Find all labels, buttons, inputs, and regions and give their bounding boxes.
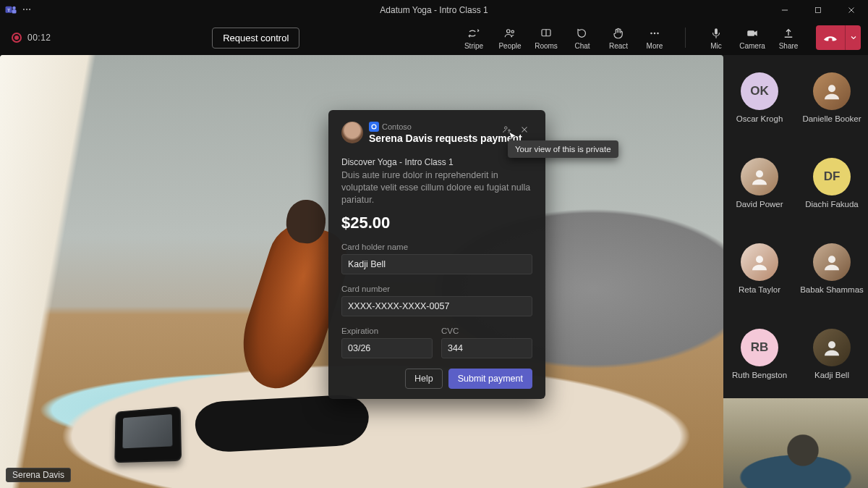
participant-tile[interactable]: David Power: [723, 140, 796, 226]
chat-icon: [575, 26, 590, 41]
toolbar-label: Mic: [710, 42, 722, 50]
toolbar-apps-group: Stripe People Rooms Chat React More: [456, 22, 672, 54]
leave-options-caret[interactable]: [845, 25, 861, 50]
self-video-tile[interactable]: [723, 398, 868, 488]
toolbar-label: React: [609, 42, 628, 50]
people-button[interactable]: People: [493, 22, 527, 54]
share-button[interactable]: Share: [771, 22, 806, 54]
request-control-button[interactable]: Request control: [212, 28, 299, 49]
participant-name: Reta Taylor: [739, 285, 780, 294]
leave-call-button[interactable]: [816, 25, 861, 50]
svg-rect-19: [747, 30, 754, 36]
toolbar-label: More: [647, 42, 663, 50]
participant-tile[interactable]: DFDiachi Fakuda: [796, 140, 868, 226]
toolbar-label: Share: [779, 42, 799, 50]
chat-button[interactable]: Chat: [565, 22, 600, 54]
participant-name: Oscar Krogh: [736, 114, 783, 123]
rooms-icon: [539, 26, 553, 41]
holder-label: Card holder name: [341, 243, 532, 251]
svg-point-12: [511, 30, 514, 33]
avatar-photo: [813, 329, 851, 366]
window-minimize-button[interactable]: [768, 0, 801, 20]
svg-point-27: [509, 130, 510, 131]
payment-item-name: Discover Yoga - Intro Class 1: [341, 157, 532, 167]
svg-point-22: [756, 256, 763, 263]
submit-payment-button[interactable]: Submit payment: [448, 369, 532, 389]
avatar-photo: [741, 158, 778, 195]
participant-tile[interactable]: Babak Shammas: [796, 226, 868, 311]
svg-point-6: [29, 9, 30, 10]
titlebar-ellipsis-icon[interactable]: [22, 4, 32, 17]
participant-name: Diachi Fakuda: [805, 200, 859, 209]
cvc-label: CVC: [441, 327, 532, 335]
payment-item-description: Duis aute irure dolor in reprehenderit i…: [341, 169, 532, 206]
recording-indicator: 00:12: [7, 30, 56, 46]
exp-label: Expiration: [341, 327, 433, 335]
svg-point-4: [23, 9, 25, 10]
private-view-tooltip: Your view of this is private: [508, 140, 618, 158]
expiration-input[interactable]: [341, 338, 433, 358]
svg-point-2: [12, 7, 16, 10]
svg-point-25: [372, 125, 376, 129]
mic-button[interactable]: Mic: [699, 22, 733, 54]
number-label: Card number: [341, 285, 532, 293]
participant-name: Danielle Booker: [802, 114, 861, 123]
card-number-input[interactable]: [341, 296, 532, 316]
contoso-app-icon: [369, 122, 379, 132]
window-title: Adatum Yoga - Intro Class 1: [0, 5, 868, 15]
toolbar-label: Chat: [574, 42, 590, 50]
participants-rail: OKOscar KroghDanielle BookerDavid PowerD…: [723, 55, 868, 488]
private-view-icon[interactable]: [499, 122, 515, 138]
participant-tile[interactable]: Reta Taylor: [723, 226, 796, 311]
participant-tile[interactable]: Danielle Booker: [796, 55, 868, 140]
stripe-app-button[interactable]: Stripe: [456, 22, 491, 54]
raise-hand-icon: [611, 26, 626, 41]
avatar-photo: [741, 243, 778, 281]
recording-timer: 00:12: [27, 33, 51, 43]
window-close-button[interactable]: [835, 0, 868, 20]
participant-name: Ruth Bengston: [732, 371, 787, 379]
stripe-icon: [467, 26, 481, 41]
svg-point-20: [828, 85, 835, 92]
modal-close-button[interactable]: [516, 122, 532, 138]
people-icon: [503, 26, 517, 41]
svg-point-24: [828, 341, 835, 348]
participant-tile[interactable]: OKOscar Krogh: [723, 55, 796, 140]
camera-button[interactable]: Camera: [735, 22, 770, 54]
payment-amount: $25.00: [341, 214, 532, 232]
hangup-icon: [816, 30, 845, 46]
toolbar-av-group: Mic Camera Share: [699, 22, 806, 54]
toolbar-label: Camera: [739, 42, 765, 50]
participant-tile[interactable]: Kadji Bell: [796, 311, 868, 397]
participant-name: Babak Shammas: [800, 285, 864, 294]
participant-tile[interactable]: RBRuth Bengston: [723, 311, 796, 397]
more-icon: [647, 26, 662, 41]
avatar-initials: DF: [813, 158, 851, 195]
share-icon: [781, 26, 796, 41]
window-maximize-button[interactable]: [801, 0, 835, 20]
avatar-initials: OK: [741, 72, 778, 110]
rooms-button[interactable]: Rooms: [529, 22, 563, 54]
record-icon: [12, 33, 22, 43]
svg-rect-8: [816, 8, 821, 13]
avatar-photo: [813, 72, 851, 110]
svg-point-5: [26, 9, 27, 10]
cvc-input[interactable]: [441, 338, 532, 358]
card-holder-input[interactable]: [341, 254, 532, 274]
participant-name: Kadji Bell: [814, 371, 849, 379]
toolbar-label: Rooms: [535, 42, 558, 50]
toolbar-label: Stripe: [464, 42, 483, 50]
teams-logo-icon: T: [4, 4, 17, 17]
mic-icon: [709, 26, 723, 41]
react-button[interactable]: React: [601, 22, 636, 54]
svg-point-11: [507, 29, 511, 33]
toolbar-label: People: [498, 42, 521, 50]
svg-point-23: [828, 256, 835, 263]
tablet-prop-icon: [114, 406, 182, 463]
more-button[interactable]: More: [637, 22, 672, 54]
avatar-initials: RB: [741, 329, 778, 366]
help-button[interactable]: Help: [405, 369, 443, 389]
avatar-photo: [813, 243, 851, 281]
presenter-name-tag: Serena Davis: [6, 468, 71, 482]
toolbar-divider: [685, 28, 686, 48]
